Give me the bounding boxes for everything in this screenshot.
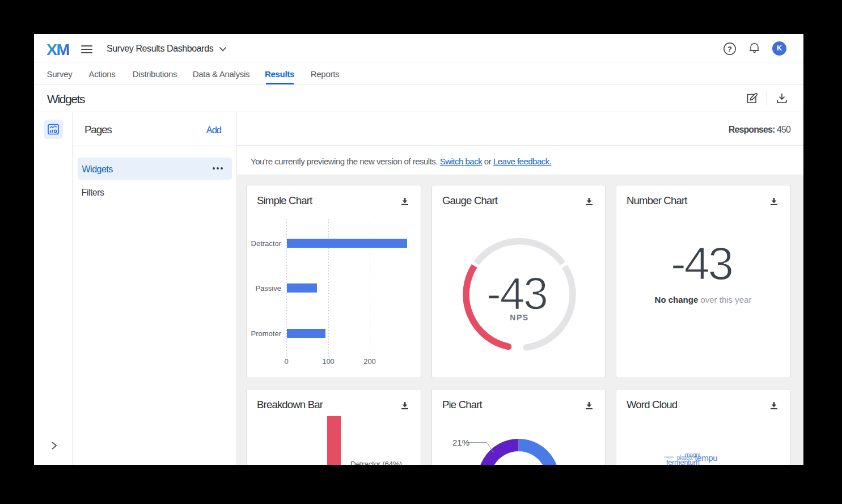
svg-text:?: ?	[727, 45, 732, 53]
svg-text:XM: XM	[47, 42, 69, 57]
